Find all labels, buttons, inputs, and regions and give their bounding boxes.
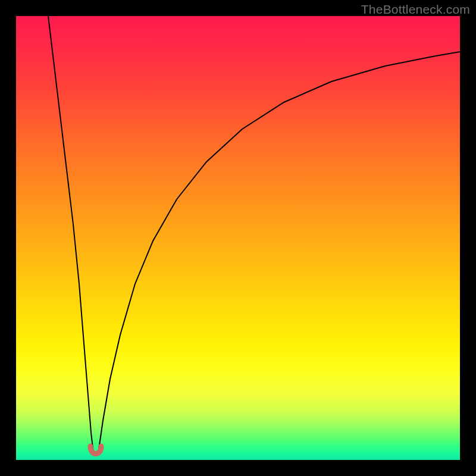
watermark-text: TheBottleneck.com <box>361 2 470 17</box>
curve-layer <box>16 16 460 460</box>
right-branch-curve <box>98 52 460 453</box>
chart-frame: TheBottleneck.com <box>0 0 476 476</box>
left-branch-curve <box>48 16 93 453</box>
cusp-marker <box>90 446 101 454</box>
plot-area <box>16 16 460 460</box>
